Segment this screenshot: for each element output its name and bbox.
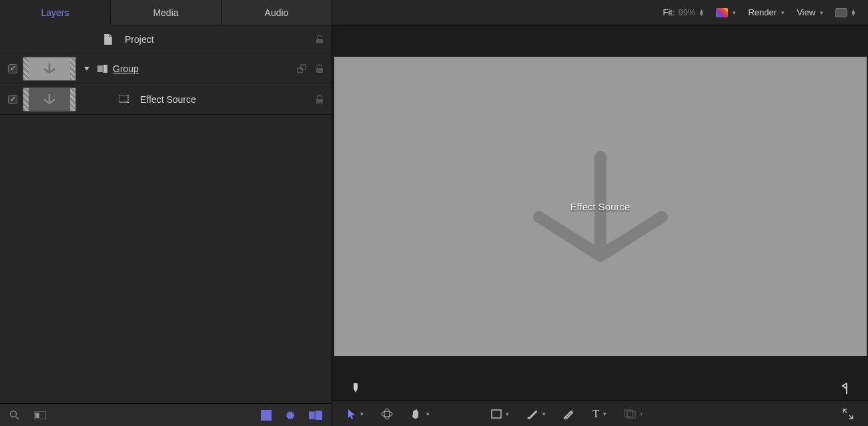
tab-audio[interactable]: Audio (222, 0, 332, 25)
panel-tabs: Layers Media Audio (0, 0, 332, 25)
left-bottom-bar (0, 403, 332, 426)
lock-icon[interactable] (316, 64, 324, 73)
play-range-end-icon[interactable] (840, 382, 848, 395)
color-swatch-icon (716, 8, 728, 17)
svg-rect-19 (492, 410, 501, 418)
shape-tool[interactable]: ▾ (491, 409, 509, 419)
view-menu[interactable]: View ▾ (797, 7, 823, 17)
svg-point-6 (11, 411, 17, 417)
group-thumbnail (23, 57, 76, 81)
visibility-checkbox[interactable] (8, 64, 17, 73)
mini-timeline[interactable] (332, 377, 868, 401)
chevron-down-icon: ▾ (542, 411, 546, 417)
hand-icon (410, 408, 422, 420)
pen-icon (526, 409, 538, 419)
fit-control[interactable]: Fit: 99% ▲▼ (663, 7, 704, 17)
left-panel: Layers Media Audio Project (0, 0, 332, 426)
disclosure-triangle[interactable] (84, 67, 89, 71)
stepper-icon: ▲▼ (851, 9, 856, 16)
svg-rect-9 (35, 413, 39, 418)
layout-swatch-icon (835, 8, 847, 17)
effect-label: Effect Source (140, 94, 196, 105)
right-panel: Fit: 99% ▲▼ ▾ Render ▾ View ▾ ▲▼ (332, 0, 868, 426)
chevron-down-icon: ▾ (360, 411, 364, 417)
row-group[interactable]: Group (0, 53, 332, 84)
svg-rect-5 (316, 99, 323, 103)
effect-source-icon (119, 95, 129, 104)
canvas-topbar: Fit: 99% ▲▼ ▾ Render ▾ View ▾ ▲▼ (332, 0, 868, 25)
svg-rect-3 (316, 68, 323, 73)
mask-rect-icon (624, 409, 636, 419)
frames-icon[interactable] (309, 411, 322, 420)
svg-line-7 (16, 417, 19, 419)
lock-icon[interactable] (316, 35, 324, 44)
document-icon (103, 34, 113, 45)
play-range-start-icon[interactable] (352, 382, 360, 395)
chevron-down-icon: ▾ (820, 9, 823, 16)
checker-icon[interactable] (261, 410, 272, 421)
effect-thumbnail (23, 87, 76, 112)
chevron-down-icon: ▾ (426, 411, 430, 417)
fit-label: Fit: (663, 7, 675, 17)
fit-icon[interactable] (34, 411, 46, 419)
paint-tool[interactable] (563, 409, 575, 419)
text-icon: T (592, 407, 599, 421)
expand-icon (843, 409, 853, 419)
stepper-icon: ▲▼ (699, 9, 705, 16)
svg-point-17 (382, 411, 392, 417)
svg-rect-11 (261, 410, 266, 415)
svg-rect-1 (301, 65, 306, 69)
svg-rect-16 (316, 411, 322, 420)
search-icon[interactable] (9, 410, 19, 420)
project-label: Project (125, 34, 154, 45)
chevron-down-icon: ▾ (506, 411, 509, 417)
svg-point-14 (290, 414, 292, 416)
svg-point-18 (384, 409, 390, 419)
pointer-icon (347, 409, 356, 419)
tab-media[interactable]: Media (111, 0, 222, 25)
svg-rect-12 (266, 415, 272, 421)
chevron-down-icon: ▾ (640, 411, 643, 417)
gear-icon[interactable] (285, 410, 296, 421)
orbit-icon (381, 408, 393, 420)
tab-layers[interactable]: Layers (0, 0, 111, 25)
3d-transform-tool[interactable] (381, 408, 393, 420)
layout-menu[interactable]: ▲▼ (835, 8, 856, 17)
mask-shape-tool[interactable]: ▾ (624, 409, 643, 419)
view-label: View (797, 7, 815, 17)
render-label: Render (748, 7, 777, 17)
layer-list: Project Group (0, 25, 332, 403)
row-effect-source[interactable]: Effect Source (0, 84, 332, 115)
select-tool[interactable]: ▾ (347, 409, 364, 419)
group-icon (97, 65, 107, 73)
expand-canvas-button[interactable] (843, 409, 853, 419)
lock-icon[interactable] (316, 95, 324, 104)
canvas-toolbar: ▾ ▾ ▾ ▾ T ▾ (332, 401, 868, 426)
fit-value: 99% (679, 7, 696, 17)
mask-tool[interactable]: ▾ (526, 409, 546, 419)
chevron-down-icon: ▾ (781, 9, 785, 16)
brush-icon (563, 409, 575, 419)
link-icon[interactable] (297, 64, 310, 73)
svg-rect-0 (316, 39, 323, 43)
render-menu[interactable]: Render ▾ (748, 7, 785, 17)
group-label[interactable]: Group (113, 63, 139, 74)
color-channels-menu[interactable]: ▾ (716, 8, 736, 17)
canvas[interactable]: Effect Source (334, 57, 867, 356)
visibility-checkbox[interactable] (8, 95, 17, 104)
row-project[interactable]: Project (0, 25, 332, 53)
chevron-down-icon: ▾ (603, 411, 606, 417)
rectangle-icon (491, 409, 502, 419)
canvas-placeholder-label: Effect Source (570, 201, 630, 212)
svg-rect-2 (298, 68, 302, 73)
chevron-down-icon: ▾ (733, 9, 736, 16)
text-tool[interactable]: T ▾ (592, 407, 606, 421)
svg-rect-15 (309, 412, 314, 419)
pan-tool[interactable]: ▾ (410, 408, 430, 420)
svg-point-20 (528, 417, 530, 419)
canvas-area[interactable]: Effect Source (332, 25, 868, 377)
